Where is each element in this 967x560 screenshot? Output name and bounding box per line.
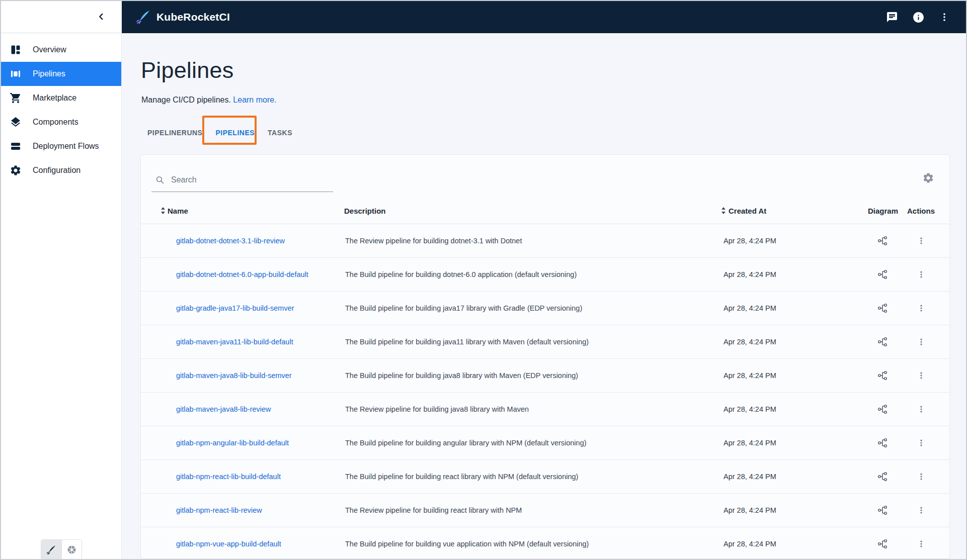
pipeline-name-link[interactable]: gitlab-npm-react-lib-review	[168, 506, 262, 514]
tab-tasks[interactable]: TASKS	[261, 121, 299, 145]
row-actions-button[interactable]	[913, 434, 930, 451]
diagram-button[interactable]	[874, 502, 892, 519]
portal-view-toggle-button[interactable]	[41, 540, 61, 559]
more-vert-icon	[917, 337, 926, 346]
sidebar-collapse-button[interactable]	[95, 11, 108, 24]
search-input[interactable]	[171, 175, 322, 184]
more-vert-icon	[917, 472, 926, 481]
schema-diagram-icon	[877, 538, 889, 549]
chat-button[interactable]	[885, 11, 899, 24]
info-button[interactable]	[912, 11, 925, 24]
chat-icon	[886, 11, 898, 23]
pipeline-name-link[interactable]: gitlab-npm-react-lib-build-default	[168, 473, 281, 481]
more-vert-icon	[917, 270, 926, 279]
row-actions-button[interactable]	[913, 367, 930, 384]
dashboard-icon	[10, 44, 22, 56]
app-title: KubeRocketCI	[156, 11, 230, 23]
rows-icon	[10, 140, 22, 152]
pipeline-created-at: Apr 28, 4:24 PM	[721, 338, 859, 346]
more-vert-icon	[917, 405, 926, 414]
diagram-button[interactable]	[874, 434, 892, 451]
sort-icon	[160, 207, 166, 214]
pipeline-name-link[interactable]: gitlab-npm-angular-lib-build-default	[168, 439, 289, 447]
pipelines-table-card: Name Description Created At Diagram Acti…	[140, 154, 950, 559]
sidebar-item-label: Marketplace	[33, 94, 76, 103]
more-vert-icon	[917, 304, 926, 313]
sort-icon	[721, 207, 726, 214]
sidebar-item-pipelines[interactable]: Pipelines	[1, 62, 121, 86]
row-actions-button[interactable]	[913, 535, 930, 552]
schema-diagram-icon	[877, 336, 889, 347]
sidebar-item-label: Overview	[33, 45, 66, 54]
row-actions-button[interactable]	[913, 266, 930, 283]
column-header-description: Description	[344, 207, 721, 215]
learn-more-link[interactable]: Learn more.	[233, 96, 276, 104]
pipeline-name-link[interactable]: gitlab-dotnet-dotnet-3.1-lib-review	[168, 237, 285, 245]
sort-control-name[interactable]	[141, 207, 168, 214]
pipeline-description: The Build pipeline for building dotnet-6…	[344, 270, 721, 278]
cart-icon	[10, 92, 22, 104]
sidebar-item-marketplace[interactable]: Marketplace	[1, 86, 121, 110]
sidebar-item-label: Configuration	[33, 166, 80, 175]
column-header-created-at[interactable]: Created At	[721, 207, 859, 215]
pipeline-name-link[interactable]: gitlab-maven-java8-lib-review	[168, 405, 271, 413]
diagram-button[interactable]	[874, 468, 892, 485]
topbar-actions	[885, 11, 951, 24]
pipeline-name-link[interactable]: gitlab-maven-java8-lib-build-semver	[168, 371, 292, 380]
pipeline-name-link[interactable]: gitlab-npm-vue-app-build-default	[168, 540, 281, 548]
more-vert-icon	[917, 371, 926, 380]
header-menu-button[interactable]	[938, 11, 951, 24]
kubernetes-view-toggle-button[interactable]	[61, 540, 82, 559]
app-window: KubeRocketCI	[0, 0, 967, 560]
tab-pipelineruns[interactable]: PIPELINERUNS	[141, 121, 209, 145]
layers-icon	[10, 116, 22, 128]
page-subtitle: Manage CI/CD pipelines. Learn more.	[141, 96, 277, 105]
tab-pipelines[interactable]: PIPELINES	[209, 121, 261, 145]
sidebar-item-label: Deployment Flows	[33, 142, 99, 151]
row-actions-button[interactable]	[913, 300, 930, 317]
pipeline-created-at: Apr 28, 4:24 PM	[721, 506, 859, 514]
row-actions-button[interactable]	[913, 333, 930, 350]
table-settings-button[interactable]	[922, 172, 935, 185]
schema-diagram-icon	[877, 235, 889, 246]
diagram-button[interactable]	[874, 333, 892, 350]
sidebar-item-label: Pipelines	[33, 69, 65, 78]
column-header-name[interactable]: Name	[168, 207, 344, 215]
pipeline-description: The Build pipeline for building angular …	[344, 439, 721, 447]
table-row: gitlab-npm-angular-lib-build-default The…	[141, 426, 949, 460]
pipeline-description: The Build pipeline for building java17 l…	[344, 304, 721, 312]
table-row: gitlab-dotnet-dotnet-6.0-app-build-defau…	[141, 258, 949, 292]
view-toggle	[41, 539, 82, 560]
sidebar-item-configuration[interactable]: Configuration	[1, 158, 121, 182]
row-actions-button[interactable]	[913, 502, 930, 519]
diagram-button[interactable]	[874, 266, 892, 283]
diagram-button[interactable]	[874, 367, 892, 384]
rocket-icon	[46, 545, 56, 555]
diagram-button[interactable]	[874, 300, 892, 317]
pipeline-description: The Build pipeline for building java8 li…	[344, 371, 721, 380]
pipeline-description: The Build pipeline for building react li…	[344, 473, 721, 481]
pipeline-created-at: Apr 28, 4:24 PM	[721, 439, 859, 447]
pipeline-name-link[interactable]: gitlab-dotnet-dotnet-6.0-app-build-defau…	[168, 270, 308, 278]
schema-diagram-icon	[877, 404, 889, 415]
kuberocketci-logo-icon	[136, 10, 151, 25]
diagram-button[interactable]	[874, 401, 892, 418]
sidebar-nav: Overview Pipelines Marketplace	[1, 33, 122, 560]
pipeline-created-at: Apr 28, 4:24 PM	[721, 304, 859, 312]
sidebar-item-deployment-flows[interactable]: Deployment Flows	[1, 134, 121, 158]
pipelines-icon	[10, 68, 22, 80]
row-actions-button[interactable]	[913, 401, 930, 418]
page-title: Pipelines	[141, 57, 233, 83]
row-actions-button[interactable]	[913, 232, 930, 249]
row-actions-button[interactable]	[913, 468, 930, 485]
pipeline-created-at: Apr 28, 4:24 PM	[721, 237, 859, 245]
more-vert-icon	[917, 236, 926, 245]
diagram-button[interactable]	[874, 535, 892, 552]
pipeline-name-link[interactable]: gitlab-maven-java11-lib-build-default	[168, 338, 293, 346]
column-header-diagram: Diagram	[859, 207, 907, 215]
sidebar-item-components[interactable]: Components	[1, 110, 121, 134]
diagram-button[interactable]	[874, 232, 892, 249]
pipeline-name-link[interactable]: gitlab-gradle-java17-lib-build-semver	[168, 304, 294, 312]
sidebar-item-overview[interactable]: Overview	[1, 38, 121, 62]
pipeline-created-at: Apr 28, 4:24 PM	[721, 473, 859, 481]
